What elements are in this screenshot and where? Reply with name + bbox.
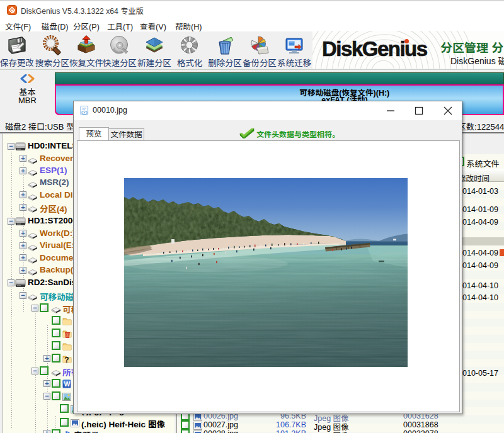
svg-text:?: ?	[64, 356, 69, 363]
svg-text:W: W	[64, 380, 70, 388]
